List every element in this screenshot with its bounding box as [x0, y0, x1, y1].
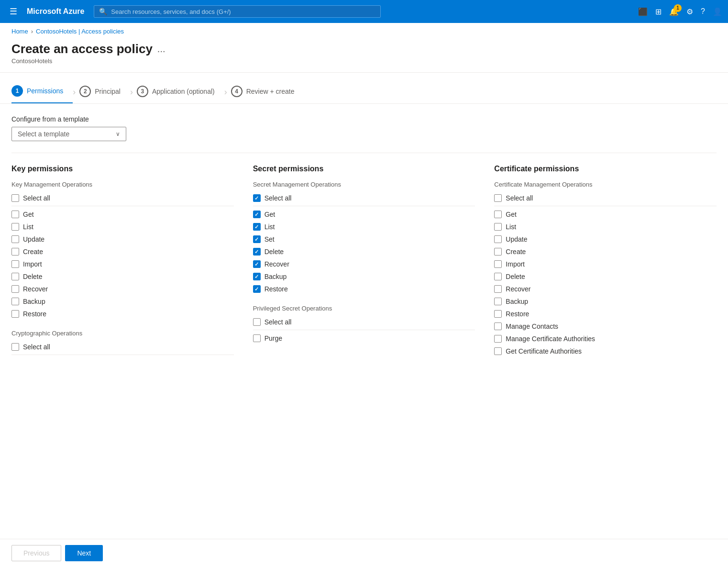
help-icon[interactable]: ? — [701, 7, 705, 16]
cert-restore-checkbox[interactable] — [494, 310, 502, 318]
list-item: Set — [253, 233, 475, 245]
step-2-circle: 2 — [79, 86, 91, 97]
secret-select-all-checkbox[interactable] — [253, 194, 261, 202]
key-delete-checkbox[interactable] — [11, 273, 19, 280]
list-item: Select all — [253, 316, 475, 330]
cert-manage-contacts-label: Manage Contacts — [506, 322, 558, 330]
key-management-label: Key Management Operations — [11, 181, 234, 188]
step-sep-2: › — [130, 87, 133, 97]
key-select-all-checkbox[interactable] — [11, 194, 19, 202]
cloud-shell-icon[interactable]: ⬛ — [638, 7, 648, 16]
key-backup-label: Backup — [23, 298, 45, 305]
secret-permissions-title: Secret permissions — [253, 165, 475, 173]
search-input[interactable] — [111, 8, 375, 15]
settings-icon[interactable]: ⚙ — [686, 7, 693, 16]
list-item: Recover — [253, 258, 475, 270]
notification-icon[interactable]: 🔔 1 — [669, 7, 679, 16]
secret-get-label: Get — [265, 211, 276, 218]
key-restore-checkbox[interactable] — [11, 310, 19, 318]
cert-create-label: Create — [506, 248, 526, 256]
cert-restore-label: Restore — [506, 310, 529, 318]
list-item: Backup — [494, 295, 717, 308]
step-permissions[interactable]: 1 Permissions — [11, 80, 73, 103]
cert-get-ca-checkbox[interactable] — [494, 347, 502, 355]
cert-list-checkbox[interactable] — [494, 223, 502, 231]
step-application[interactable]: 3 Application (optional) — [137, 81, 224, 103]
step-3-label: Application (optional) — [152, 88, 215, 95]
cert-select-all-label: Select all — [506, 194, 533, 202]
cert-manage-contacts-checkbox[interactable] — [494, 322, 502, 330]
step-3-circle: 3 — [137, 86, 148, 97]
secret-get-checkbox[interactable] — [253, 211, 261, 218]
cert-get-ca-label: Get Certificate Authorities — [506, 347, 582, 355]
key-import-checkbox[interactable] — [11, 260, 19, 268]
key-restore-label: Restore — [23, 310, 46, 318]
cert-manage-ca-checkbox[interactable] — [494, 335, 502, 343]
cert-create-checkbox[interactable] — [494, 248, 502, 256]
secret-set-checkbox[interactable] — [253, 235, 261, 243]
secret-list-label: List — [265, 223, 275, 231]
secret-recover-checkbox[interactable] — [253, 260, 261, 268]
step-1-label: Permissions — [27, 87, 63, 95]
secret-list-checkbox[interactable] — [253, 223, 261, 231]
hamburger-icon[interactable]: ☰ — [6, 4, 21, 19]
step-review[interactable]: 4 Review + create — [231, 81, 304, 103]
list-item: Update — [494, 233, 717, 245]
directory-icon[interactable]: ⊞ — [655, 7, 662, 16]
key-crypto-label: Cryptographic Operations — [11, 330, 234, 337]
list-item: Delete — [494, 270, 717, 283]
cert-backup-checkbox[interactable] — [494, 298, 502, 305]
breadcrumb-access-policies[interactable]: ContosoHotels | Access policies — [36, 28, 124, 35]
list-item: Delete — [253, 245, 475, 258]
list-item: Restore — [494, 308, 717, 320]
list-item: Manage Contacts — [494, 320, 717, 333]
cert-backup-label: Backup — [506, 298, 528, 305]
key-recover-checkbox[interactable] — [11, 285, 19, 293]
key-get-label: Get — [23, 211, 34, 218]
key-update-checkbox[interactable] — [11, 235, 19, 243]
template-select-text: Select a template — [18, 130, 69, 138]
secret-delete-checkbox[interactable] — [253, 248, 261, 256]
key-get-checkbox[interactable] — [11, 211, 19, 218]
certificate-management-label: Certificate Management Operations — [494, 181, 717, 188]
step-principal[interactable]: 2 Principal — [79, 81, 130, 103]
secret-backup-checkbox[interactable] — [253, 273, 261, 280]
list-item: Import — [11, 258, 234, 270]
page-options-icon[interactable]: ... — [157, 44, 165, 55]
cert-recover-checkbox[interactable] — [494, 285, 502, 293]
list-item: Backup — [253, 270, 475, 283]
template-dropdown[interactable]: Select a template ∨ — [11, 127, 126, 141]
secret-purge-checkbox[interactable] — [253, 334, 261, 342]
cert-delete-checkbox[interactable] — [494, 273, 502, 280]
key-create-checkbox[interactable] — [11, 248, 19, 256]
breadcrumb-home[interactable]: Home — [11, 28, 28, 35]
list-item: Backup — [11, 295, 234, 308]
key-crypto-select-all-checkbox[interactable] — [11, 343, 19, 351]
secret-permissions-section: Secret permissions Secret Management Ope… — [253, 165, 475, 357]
list-item: Get — [11, 208, 234, 221]
app-logo: Microsoft Azure — [27, 7, 84, 16]
cert-get-label: Get — [506, 211, 517, 218]
key-backup-checkbox[interactable] — [11, 298, 19, 305]
cert-import-checkbox[interactable] — [494, 260, 502, 268]
list-item: Select all — [11, 192, 234, 206]
key-list-checkbox[interactable] — [11, 223, 19, 231]
search-bar[interactable]: 🔍 — [94, 5, 381, 18]
secret-priv-select-all-label: Select all — [265, 318, 292, 326]
key-list-label: List — [23, 223, 33, 231]
breadcrumb-sep-1: › — [31, 28, 33, 35]
list-item: List — [494, 221, 717, 233]
secret-priv-select-all-checkbox[interactable] — [253, 318, 261, 326]
cert-select-all-checkbox[interactable] — [494, 194, 502, 202]
search-icon: 🔍 — [99, 8, 107, 15]
cert-get-checkbox[interactable] — [494, 211, 502, 218]
key-import-label: Import — [23, 260, 42, 268]
cert-update-checkbox[interactable] — [494, 235, 502, 243]
secret-restore-checkbox[interactable] — [253, 285, 261, 293]
main-content: Configure from a template Select a templ… — [0, 104, 728, 405]
list-item: Restore — [11, 308, 234, 320]
topbar: ☰ Microsoft Azure 🔍 ⬛ ⊞ 🔔 1 ⚙ ? 👤 — [0, 0, 728, 23]
page-header: Create an access policy ... ContosoHotel… — [0, 40, 728, 73]
list-item: Create — [11, 245, 234, 258]
user-icon[interactable]: 👤 — [713, 7, 722, 16]
